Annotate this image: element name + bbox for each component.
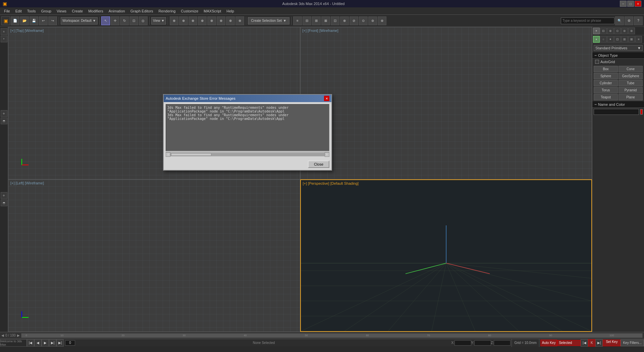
menu-customize[interactable]: Customize	[178, 8, 201, 14]
panel-display-icon[interactable]: ⊚	[621, 28, 628, 34]
reference-btn[interactable]: ◎	[139, 16, 148, 25]
snap4-btn[interactable]: ⊕	[198, 16, 207, 25]
menu-rendering[interactable]: Rendering	[156, 8, 178, 14]
panel-motion-icon[interactable]: ⊙	[614, 28, 621, 34]
menu-group[interactable]: Group	[38, 8, 54, 14]
shapes-icon[interactable]: ○	[600, 36, 607, 43]
timeline-right-arrow[interactable]: ▶	[17, 334, 20, 337]
viewport-perspective[interactable]: [+] [Perspective] [Default Shading]	[300, 179, 592, 332]
box-btn[interactable]: Box	[594, 66, 618, 72]
spacewarps-icon[interactable]: ⊠	[628, 36, 635, 43]
align-btn[interactable]: ⊞	[312, 16, 321, 25]
left-tool-5[interactable]: ✛	[1, 192, 7, 199]
spacing-btn[interactable]: ⊠	[321, 16, 330, 25]
error-dialog[interactable]: Autodesk Exchange Store Error Messages ✕…	[163, 94, 332, 171]
create-selection-set-btn[interactable]: Create Selection Set ▼	[248, 17, 289, 25]
search-input[interactable]	[561, 17, 614, 24]
menu-file[interactable]: File	[1, 8, 13, 14]
panel-utilities-icon[interactable]: ⊛	[628, 28, 635, 34]
menu-animation[interactable]: Animation	[106, 8, 128, 14]
normal-btn[interactable]: ⊗	[340, 16, 349, 25]
y-input[interactable]	[474, 340, 491, 346]
hscroll-track[interactable]	[170, 153, 325, 156]
render-btn[interactable]: ⊘	[350, 16, 358, 25]
name-color-header[interactable]: − Name and Color	[592, 101, 644, 108]
next-key-btn[interactable]: ▶|	[595, 339, 603, 347]
geometry-icon[interactable]: ●	[593, 36, 600, 43]
curve-btn[interactable]: ⊛	[378, 16, 386, 25]
left-tool-6[interactable]: ⬒	[1, 200, 7, 206]
error-text-area[interactable]	[166, 104, 329, 151]
primitives-dropdown[interactable]: Standard Primitives ▼	[594, 45, 643, 51]
menu-help[interactable]: Help	[224, 8, 237, 14]
color-swatch[interactable]	[640, 109, 643, 115]
menu-edit[interactable]: Edit	[13, 8, 24, 14]
menu-modifiers[interactable]: Modifiers	[86, 8, 106, 14]
save-btn[interactable]: 💾	[30, 16, 38, 25]
menu-tools[interactable]: Tools	[24, 8, 39, 14]
maximize-button[interactable]: □	[627, 1, 634, 7]
helpers-icon[interactable]: ⊞	[621, 36, 628, 43]
clone-btn[interactable]: ⊡	[331, 16, 339, 25]
hscroll-left-arrow[interactable]: ◀	[166, 152, 170, 157]
layer-btn[interactable]: ≡	[293, 16, 302, 25]
workspace-dropdown[interactable]: Workspace: Default ▼	[61, 17, 98, 25]
select-btn[interactable]: ↖	[101, 16, 110, 25]
go-end-btn[interactable]: ▶|	[56, 339, 64, 347]
viewport-front[interactable]: [+] [Front] [Wireframe] X Z	[300, 27, 592, 179]
selected-input[interactable]	[557, 340, 581, 346]
move-btn[interactable]: ✛	[111, 16, 119, 25]
panel-hierarchy-icon[interactable]: ⊕	[607, 28, 614, 34]
left-tool-3[interactable]: ✛	[1, 110, 7, 117]
search-icon[interactable]: 🔍	[615, 16, 624, 25]
redo-btn[interactable]: ↪	[48, 16, 57, 25]
snap3-btn[interactable]: ⊕	[189, 16, 197, 25]
create-key-btn[interactable]: K	[588, 339, 595, 347]
cone-btn[interactable]: Cone	[619, 66, 643, 72]
autogrid-checkbox[interactable]	[595, 60, 599, 64]
panel-create-icon[interactable]: ✦	[593, 28, 600, 34]
prev-key-btn[interactable]: |◀	[581, 339, 588, 347]
geosphere-btn[interactable]: GeoSphere	[619, 73, 643, 79]
mirror-btn[interactable]: ⊟	[303, 16, 311, 25]
cylinder-btn[interactable]: Cylinder	[594, 80, 618, 86]
hscroll-right-arrow[interactable]: ▶	[325, 152, 329, 157]
name-input[interactable]	[594, 109, 639, 115]
snap-btn[interactable]: ⊕	[170, 16, 178, 25]
mat-btn[interactable]: ⊙	[359, 16, 368, 25]
panel-modify-icon[interactable]: ⊟	[600, 28, 607, 34]
snap2-btn[interactable]: ⊕	[179, 16, 188, 25]
object-type-header[interactable]: − Object Type	[592, 52, 644, 59]
tube-btn[interactable]: Tube	[619, 80, 643, 86]
left-tool-4[interactable]: ⬒	[1, 118, 7, 124]
snap6-btn[interactable]: ⊕	[217, 16, 225, 25]
systems-icon[interactable]: ≡	[635, 36, 642, 43]
view-dropdown[interactable]: View ▼	[151, 17, 166, 25]
lights-icon[interactable]: ✦	[607, 36, 614, 43]
left-tool-2[interactable]: ⌖	[1, 36, 7, 42]
torus-btn[interactable]: Torus	[594, 87, 618, 93]
x-input[interactable]	[454, 340, 471, 346]
scale-btn[interactable]: ⊡	[129, 16, 138, 25]
menu-maxscript[interactable]: MAXScript	[201, 8, 224, 14]
set-key-btn[interactable]: Set Key	[603, 340, 621, 346]
key-filters-btn[interactable]: Key Filters...	[621, 340, 644, 346]
z-input[interactable]	[494, 340, 511, 346]
menu-views[interactable]: Views	[54, 8, 69, 14]
app-close-button[interactable]: ✕	[635, 1, 641, 7]
sphere-btn[interactable]: Sphere	[594, 73, 618, 79]
app-menu-btn[interactable]: ▣	[1, 16, 10, 25]
cameras-icon[interactable]: ⊡	[614, 36, 621, 43]
rotate-btn[interactable]: ↻	[120, 16, 129, 25]
undo-btn[interactable]: ↩	[39, 16, 48, 25]
open-btn[interactable]: 📂	[20, 16, 29, 25]
snap8-btn[interactable]: ⊕	[235, 16, 244, 25]
dialog-close-button[interactable]: ✕	[324, 96, 329, 101]
viewport-left[interactable]: [+] [Left] [Wireframe] Y Z	[8, 179, 300, 332]
timeline-track[interactable]: 0 10 20 30 40 50 60 70 80 90 100	[21, 333, 643, 338]
plane-btn[interactable]: Plane	[619, 94, 643, 100]
next-frame-btn[interactable]: ▶|	[49, 339, 56, 347]
prev-frame-btn[interactable]: ◀	[34, 339, 42, 347]
help-btn[interactable]: ?	[634, 16, 643, 25]
timeline-left-arrow[interactable]: ◀	[1, 334, 4, 337]
